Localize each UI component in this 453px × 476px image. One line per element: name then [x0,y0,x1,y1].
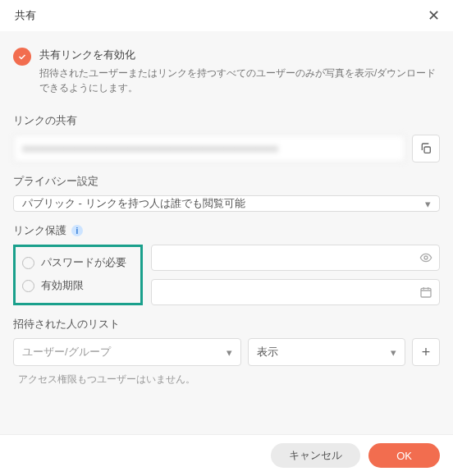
cancel-button[interactable]: キャンセル [271,443,360,468]
permission-select[interactable]: 表示 ▾ [248,338,405,366]
ok-button[interactable]: OK [368,443,440,468]
empty-invite-message: アクセス権限もつユーザーはいません。 [13,373,440,387]
link-label: リンクの共有 [13,113,440,128]
svg-point-1 [424,256,428,259]
password-input[interactable] [151,245,440,271]
close-icon[interactable]: ✕ [428,8,440,23]
privacy-label: プライバシー設定 [13,174,440,189]
protect-options-highlight: パスワードが必要 有効期限 [13,245,143,305]
expiry-option[interactable]: 有効期限 [22,278,134,293]
add-user-button[interactable]: + [412,338,440,366]
modal-header: 共有 ✕ [0,0,453,31]
protect-section: リンク保護 i パスワードが必要 有効期限 [13,223,440,305]
link-section: リンクの共有 xxxxxxxxxxxxxxxxxxxxxxxxxxxxxxxxx… [13,113,440,162]
modal-title: 共有 [15,8,36,23]
expiry-label: 有効期限 [41,278,84,293]
chevron-down-icon: ▾ [425,198,431,210]
enable-text: 共有リンクを有効化 招待されたユーザーまたはリンクを持つすべてのユーザーのみが写… [39,48,440,95]
enable-desc: 招待されたユーザーまたはリンクを持つすべてのユーザーのみが写真を表示/ダウンロー… [39,66,440,95]
privacy-value: パブリック - リンクを持つ人は誰でも閲覧可能 [22,196,245,211]
check-icon[interactable] [13,48,31,66]
share-modal: 共有 ✕ 共有リンクを有効化 招待されたユーザーまたはリンクを持つすべてのユーザ… [0,0,453,476]
copy-button[interactable] [412,135,440,162]
chevron-down-icon: ▾ [391,346,396,359]
enable-title: 共有リンクを有効化 [39,48,440,62]
invite-label: 招待された人のリスト [13,317,440,332]
eye-icon [419,251,432,264]
modal-body: 共有リンクを有効化 招待されたユーザーまたはリンクを持つすべてのユーザーのみが写… [0,31,453,434]
permission-value: 表示 [257,345,278,359]
share-link-input[interactable]: xxxxxxxxxxxxxxxxxxxxxxxxxxxxxxxxxxxxxxxx… [13,135,405,162]
radio-icon [22,280,34,292]
copy-icon [419,142,432,155]
enable-share-row: 共有リンクを有効化 招待されたユーザーまたはリンクを持つすべてのユーザーのみが写… [13,43,440,102]
user-group-select[interactable]: ユーザー/グループ ▾ [13,338,241,366]
plus-icon: + [422,345,431,359]
invite-section: 招待された人のリスト ユーザー/グループ ▾ 表示 ▾ + アクセス権限もつユー… [13,317,440,387]
password-label: パスワードが必要 [41,255,126,270]
modal-footer: キャンセル OK [0,434,453,476]
radio-icon [22,257,34,269]
chevron-down-icon: ▾ [226,346,232,359]
password-option[interactable]: パスワードが必要 [22,255,134,270]
svg-rect-2 [421,288,431,297]
info-icon[interactable]: i [71,225,83,236]
privacy-select[interactable]: パブリック - リンクを持つ人は誰でも閲覧可能 ▾ [13,195,440,212]
svg-rect-0 [424,147,430,153]
user-group-placeholder: ユーザー/グループ [22,345,111,359]
expiry-input[interactable] [151,279,440,305]
calendar-icon [419,286,432,299]
protect-label: リンク保護 [13,223,66,238]
privacy-section: プライバシー設定 パブリック - リンクを持つ人は誰でも閲覧可能 ▾ [13,174,440,212]
